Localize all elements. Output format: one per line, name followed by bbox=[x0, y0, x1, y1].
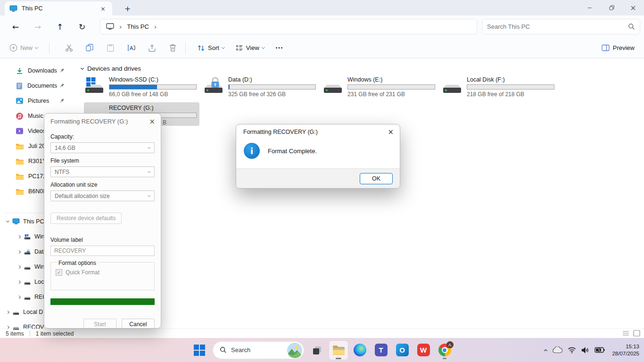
share-button[interactable] bbox=[144, 40, 160, 56]
capacity-bar bbox=[228, 84, 316, 90]
taskbar-clock[interactable]: 15:13 28/07/2025 bbox=[612, 343, 639, 357]
file-system-dropdown[interactable]: NTFS bbox=[50, 166, 155, 177]
chevron-right-icon[interactable] bbox=[17, 295, 21, 298]
drive-free-space: 66,0 GB free of 148 GB bbox=[109, 91, 198, 98]
quick-format-checkbox[interactable]: ✓ Quick Format bbox=[56, 269, 149, 276]
taskbar-outlook[interactable]: O bbox=[393, 341, 412, 360]
chevron-right-icon[interactable] bbox=[6, 310, 9, 313]
sidebar-item-documents[interactable]: Documents bbox=[0, 78, 75, 93]
folder-icon bbox=[16, 143, 24, 150]
taskbar-wps[interactable]: W bbox=[414, 341, 433, 360]
drive-tile-f[interactable]: Local Disk (F:) 218 GB free of 218 GB bbox=[442, 76, 561, 98]
tab-title: This PC bbox=[22, 5, 94, 12]
search-icon bbox=[220, 346, 227, 354]
task-view-button[interactable] bbox=[308, 341, 327, 360]
see-more-button[interactable]: ••• bbox=[276, 45, 284, 50]
new-button-label: New bbox=[20, 44, 33, 51]
ok-button[interactable]: OK bbox=[360, 173, 393, 184]
clock-time: 15:13 bbox=[612, 343, 639, 350]
devices-and-drives-header[interactable]: Devices and drives bbox=[79, 65, 644, 72]
chevron-down-icon[interactable] bbox=[6, 219, 9, 222]
forward-button[interactable]: → bbox=[30, 19, 46, 35]
battery-charging-icon[interactable] bbox=[594, 347, 605, 353]
refresh-button[interactable]: ↻ bbox=[74, 19, 90, 35]
videos-icon bbox=[16, 127, 24, 135]
wifi-icon[interactable] bbox=[568, 347, 576, 354]
chevron-right-icon[interactable] bbox=[17, 265, 21, 268]
message-dialog-title: Formatting RECOVERY (G:) bbox=[243, 129, 318, 135]
plus-circle-icon bbox=[9, 44, 17, 52]
rename-button[interactable]: A bbox=[123, 40, 139, 56]
volume-icon[interactable] bbox=[581, 347, 589, 354]
drive-tile-e[interactable]: Windows (E:) 231 GB free of 231 GB bbox=[322, 76, 442, 98]
preview-pane-icon bbox=[602, 44, 610, 51]
drive-icon bbox=[24, 264, 31, 270]
allocation-dropdown[interactable]: Default allocation size bbox=[50, 190, 155, 201]
tab-close-icon[interactable]: × bbox=[99, 5, 107, 12]
drive-tile-c[interactable]: Windows-SSD (C:) 66,0 GB free of 148 GB bbox=[84, 76, 203, 98]
chevron-right-icon[interactable] bbox=[17, 280, 21, 283]
taskbar-search[interactable]: Search bbox=[213, 341, 304, 359]
cut-button[interactable] bbox=[61, 40, 77, 56]
close-icon[interactable]: × bbox=[388, 128, 394, 136]
chevron-right-icon[interactable] bbox=[17, 250, 21, 253]
thumbnail-view-toggle-icon[interactable] bbox=[633, 330, 640, 337]
search-icon bbox=[628, 23, 635, 30]
chevron-down-icon bbox=[81, 66, 84, 69]
format-dialog-titlebar[interactable]: Formatting RECOVERY (G:) × bbox=[44, 114, 161, 129]
search-highlight-image[interactable] bbox=[287, 342, 303, 358]
start-button[interactable]: Start bbox=[83, 319, 116, 329]
explorer-search[interactable] bbox=[482, 19, 640, 34]
restore-button[interactable] bbox=[601, 0, 622, 16]
breadcrumb-separator: › bbox=[119, 23, 122, 31]
new-tab-button[interactable]: + bbox=[124, 4, 131, 13]
cancel-button[interactable]: Cancel bbox=[122, 319, 155, 329]
close-icon[interactable]: × bbox=[149, 117, 155, 126]
monitor-icon bbox=[9, 5, 17, 12]
close-button[interactable]: × bbox=[622, 0, 644, 16]
start-button[interactable] bbox=[190, 341, 209, 360]
locked-drive-icon bbox=[203, 76, 224, 94]
taskbar-chrome[interactable]: A bbox=[435, 341, 454, 360]
onedrive-icon[interactable] bbox=[552, 346, 562, 354]
back-button[interactable]: ← bbox=[8, 19, 24, 35]
pin-icon bbox=[59, 68, 65, 73]
preview-toggle[interactable]: Preview bbox=[602, 44, 635, 51]
volume-label-input[interactable]: RECOVERY bbox=[50, 246, 155, 256]
sidebar-label: Videos bbox=[28, 128, 46, 134]
details-view-toggle-icon[interactable] bbox=[622, 330, 629, 337]
sidebar-item-downloads[interactable]: Downloads bbox=[0, 63, 75, 78]
copy-button[interactable] bbox=[82, 40, 98, 56]
pin-icon bbox=[59, 98, 65, 103]
explorer-search-input[interactable] bbox=[487, 23, 628, 30]
delete-button[interactable] bbox=[165, 40, 181, 56]
message-dialog-titlebar[interactable]: Formatting RECOVERY (G:) × bbox=[236, 124, 400, 139]
address-bar[interactable]: › This PC › bbox=[100, 19, 477, 34]
up-button[interactable]: ↑ bbox=[52, 19, 68, 35]
pin-icon bbox=[59, 83, 65, 88]
file-explorer-icon bbox=[332, 345, 345, 356]
taskbar-edge[interactable] bbox=[350, 341, 369, 360]
selected-count: 1 item selected bbox=[36, 330, 74, 337]
toolbar-divider bbox=[49, 43, 50, 53]
breadcrumb-location[interactable]: This PC bbox=[127, 23, 149, 30]
sort-button[interactable]: Sort bbox=[197, 44, 224, 52]
view-button[interactable]: View bbox=[236, 44, 264, 51]
breadcrumb-separator[interactable]: › bbox=[154, 23, 157, 31]
chevron-right-icon[interactable] bbox=[17, 235, 21, 238]
sidebar-item-pictures[interactable]: Pictures bbox=[0, 93, 75, 108]
capacity-dropdown[interactable]: 14,6 GB bbox=[50, 142, 155, 153]
drive-tile-d[interactable]: Data (D:) 325 GB free of 326 GB bbox=[203, 76, 322, 98]
minimize-button[interactable]: − bbox=[579, 0, 601, 16]
status-divider bbox=[30, 331, 30, 337]
hidden-icons-chevron[interactable] bbox=[544, 349, 547, 353]
checkbox-checked-icon[interactable]: ✓ bbox=[56, 269, 62, 276]
tab-this-pc[interactable]: This PC × bbox=[5, 1, 112, 16]
drive-free-space: 218 GB free of 218 GB bbox=[467, 91, 555, 98]
taskbar-file-explorer[interactable] bbox=[329, 341, 348, 360]
paste-button[interactable] bbox=[102, 40, 118, 56]
file-system-value: NTFS bbox=[55, 169, 69, 175]
taskbar-teams[interactable]: T bbox=[372, 341, 390, 360]
new-button[interactable]: New bbox=[9, 44, 38, 52]
restore-defaults-button[interactable]: Restore device defaults bbox=[50, 213, 122, 224]
